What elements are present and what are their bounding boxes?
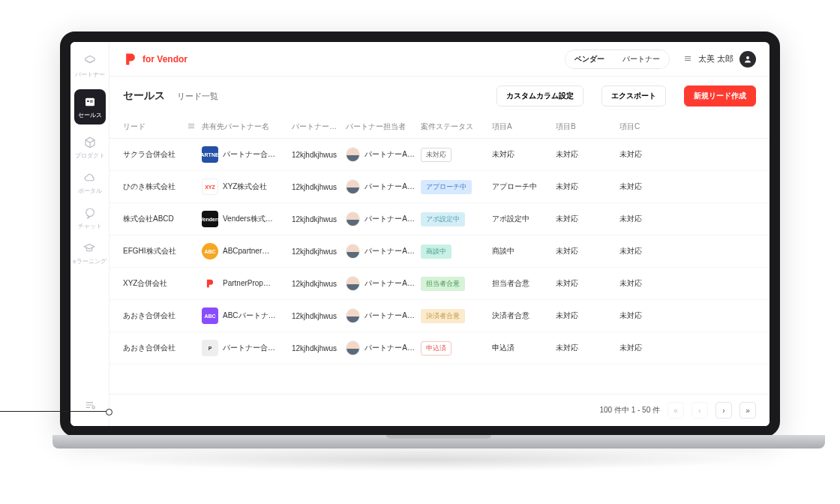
pagination-text: 100 件中 1 - 50 件 (599, 405, 660, 416)
col-a: 項目A (492, 122, 556, 132)
cell-prep: パートナーA… (346, 179, 421, 194)
cell-prep: パートナーA… (346, 308, 421, 323)
cell-lead: 株式会社ABCD (123, 214, 202, 224)
cell-pname: VendersVenders株式… (202, 211, 292, 227)
cell-pid: 12kjhdkjhwus (292, 215, 346, 224)
sidebar-item-sales[interactable]: セールス (74, 89, 106, 124)
sidebar-item-label: eラーニング (73, 257, 106, 266)
user-menu[interactable]: 太美 太郎 (683, 51, 756, 68)
sidebar-item-elearning[interactable]: eラーニング (73, 241, 106, 266)
leads-table: リード 共有先パートナー名 パートナー連携ID パートナー担当者 案件ステータス… (110, 116, 770, 426)
role-segment[interactable]: ベンダー パートナー (565, 50, 670, 69)
cell-b: 未対応 (556, 149, 620, 160)
table-row[interactable]: サクラ合併会社PARTNERパートナー合…12kjhdkjhwusパートナーA…… (110, 139, 770, 171)
new-lead-button[interactable]: 新規リード作成 (684, 86, 756, 106)
svg-point-4 (86, 208, 94, 217)
avatar-icon (346, 308, 360, 323)
cell-pid: 12kjhdkjhwus (292, 183, 346, 191)
cell-a: アポ設定中 (492, 214, 556, 224)
cube-icon (82, 135, 98, 150)
status-badge: 商談中 (421, 244, 452, 259)
table-row[interactable]: ひのき株式会社XYZXYZ株式会社12kjhdkjhwusパートナーA…アプロー… (110, 171, 770, 203)
sidebar-item-label: プロダクト (75, 152, 105, 160)
avatar-icon (346, 179, 360, 194)
sidebar-item-label: チャット (78, 222, 102, 230)
status-badge: アポ設定中 (421, 212, 465, 226)
table-row[interactable]: 株式会社ABCDVendersVenders株式…12kjhdkjhwusパート… (110, 203, 770, 236)
avatar-icon (740, 51, 756, 68)
page-last-button[interactable]: » (740, 402, 756, 418)
page-prev-button[interactable]: ‹ (692, 402, 708, 418)
table-row[interactable]: EFGHI株式会社ABCABCpartner…12kjhdkjhwusパートナー… (110, 236, 770, 268)
cell-a: 担当者合意 (492, 278, 556, 289)
cell-pid: 12kjhdkjhwus (292, 280, 346, 288)
pagination: 100 件中 1 - 50 件 « ‹ › » (110, 394, 770, 426)
menu-icon[interactable] (187, 122, 196, 132)
cell-a: 未対応 (492, 149, 556, 160)
user-name: 太美 太郎 (698, 53, 734, 64)
page-first-button[interactable]: « (668, 402, 684, 418)
page-next-button[interactable]: › (716, 402, 732, 418)
sidebar-item-portal[interactable]: ポータル (78, 170, 102, 195)
status-badge: アプローチ中 (421, 180, 472, 194)
logo-icon (123, 52, 138, 67)
card-icon (82, 94, 98, 110)
cell-b: 未対応 (556, 343, 620, 353)
cell-pid: 12kjhdkjhwus (292, 151, 346, 159)
cloud-icon (82, 170, 98, 185)
table-row[interactable]: あおき合併会社ABCABCパートナ…12kjhdkjhwusパートナーA…決済者… (110, 300, 770, 332)
cell-pname: ABCABCpartner… (202, 243, 292, 260)
partner-logo: PARTNER (202, 146, 218, 163)
cell-status: 決済者合意 (421, 309, 492, 323)
avatar-icon (346, 147, 360, 162)
partner-logo: ABC (202, 243, 218, 260)
cell-pname: PARTNERパートナー合… (202, 146, 292, 163)
cell-lead: EFGHI株式会社 (123, 246, 202, 256)
cell-prep: パートナーA… (346, 244, 421, 259)
box-icon (82, 54, 98, 69)
table-row[interactable]: あおき合併会社Pパートナー合…12kjhdkjhwusパートナーA…申込済申込済… (110, 332, 770, 364)
cell-pid: 12kjhdkjhwus (292, 312, 346, 320)
collapse-icon (82, 398, 98, 412)
partner-logo (202, 275, 218, 292)
chat-icon (82, 206, 98, 220)
cell-prep: パートナーA… (346, 147, 421, 162)
cell-lead: ひのき株式会社 (123, 182, 202, 192)
export-button[interactable]: エクスポート (602, 86, 666, 106)
page-header: セールス リード一覧 カスタムカラム設定 エクスポート 新規リード作成 (110, 76, 770, 116)
cell-pid: 12kjhdkjhwus (292, 248, 346, 256)
cell-prep: パートナーA… (346, 340, 421, 356)
col-pid: パートナー連携ID (292, 122, 346, 132)
cell-pname: XYZXYZ株式会社 (202, 178, 292, 195)
brand-text: for Vendor (142, 54, 188, 64)
sidebar-item-label: パートナー (75, 70, 105, 79)
avatar-icon (346, 212, 360, 226)
cell-a: 商談中 (492, 246, 556, 256)
sidebar-item-chat[interactable]: チャット (78, 206, 102, 230)
col-status: 案件ステータス (421, 122, 492, 132)
cell-status: 未対応 (421, 148, 492, 162)
cell-pid: 12kjhdkjhwus (292, 344, 346, 352)
avatar-icon (346, 244, 360, 259)
sidebar-item-partner[interactable]: パートナー (75, 54, 105, 79)
cell-prep: パートナーA… (346, 276, 421, 291)
cell-c: 未対応 (620, 149, 664, 160)
custom-column-button[interactable]: カスタムカラム設定 (496, 86, 584, 106)
cell-b: 未対応 (556, 278, 620, 289)
cell-status: 商談中 (421, 244, 492, 259)
cell-c: 未対応 (620, 214, 664, 224)
segment-partner[interactable]: パートナー (614, 50, 669, 68)
cell-a: 申込済 (492, 343, 556, 353)
cell-pname: Pパートナー合… (202, 340, 292, 356)
cell-b: 未対応 (556, 310, 620, 321)
table-row[interactable]: XYZ合併会社PartnerProp…12kjhdkjhwusパートナーA…担当… (110, 268, 770, 300)
segment-vendor[interactable]: ベンダー (566, 50, 614, 68)
sidebar-item-label: ポータル (78, 187, 102, 195)
page-title: セールス (123, 89, 165, 103)
col-b: 項目B (556, 122, 620, 132)
col-c: 項目C (620, 122, 664, 132)
avatar-icon (346, 276, 360, 291)
sidebar-item-product[interactable]: プロダクト (75, 135, 105, 160)
sidebar-collapse[interactable] (82, 398, 98, 412)
cell-c: 未対応 (620, 182, 664, 192)
